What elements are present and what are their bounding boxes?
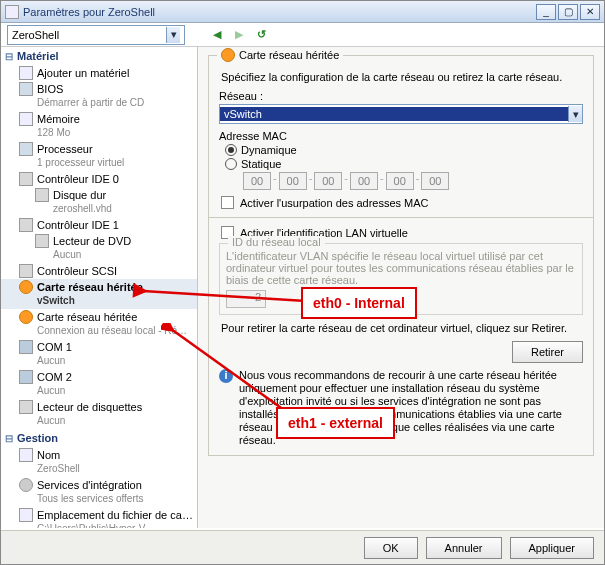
nic-icon [19, 280, 33, 294]
folder-icon [19, 508, 33, 522]
tree-processor[interactable]: Processeur1 processeur virtuel [1, 141, 197, 171]
controller-icon [19, 172, 33, 186]
bios-icon [19, 82, 33, 96]
radio-dynamic[interactable]: Dynamique [225, 144, 583, 156]
controller-icon [19, 218, 33, 232]
maximize-button[interactable]: ▢ [558, 4, 578, 20]
tree-memory[interactable]: Mémoire128 Mo [1, 111, 197, 141]
tree-com2[interactable]: COM 2Aucun [1, 369, 197, 399]
vm-selector-value: ZeroShell [12, 29, 166, 41]
tree-legacy-nic-2[interactable]: Carte réseau héritéeConnexion au réseau … [1, 309, 197, 339]
mac-seg[interactable]: 00 [386, 172, 414, 190]
tree-scsi[interactable]: Contrôleur SCSI [1, 263, 197, 279]
dvd-icon [35, 234, 49, 248]
back-icon[interactable]: ◀ [213, 28, 221, 41]
com-port-icon [19, 370, 33, 384]
com-port-icon [19, 340, 33, 354]
tree-hdd[interactable]: Disque durzeroshell.vhd [1, 187, 197, 217]
nic-icon [19, 310, 33, 324]
tree-integration[interactable]: Services d'intégrationTous les services … [1, 477, 197, 507]
radio-icon [225, 158, 237, 170]
window-title: Paramètres pour ZeroShell [23, 6, 536, 18]
vm-selector[interactable]: ZeroShell ▾ [7, 25, 185, 45]
network-select-value: vSwitch [220, 107, 568, 121]
tree-add-hardware[interactable]: Ajouter un matériel [1, 65, 197, 81]
tree-dvd[interactable]: Lecteur de DVDAucun [1, 233, 197, 263]
callout-eth1: eth1 - external [276, 407, 395, 439]
mac-seg[interactable]: 00 [421, 172, 449, 190]
network-label: Réseau : [219, 90, 583, 102]
section-hardware: Matériel [1, 47, 197, 65]
group-title: Carte réseau héritée [239, 49, 339, 61]
mac-seg[interactable]: 00 [350, 172, 378, 190]
title-bar: Paramètres pour ZeroShell _ ▢ ✕ [1, 1, 604, 23]
info-icon: i [219, 369, 233, 383]
checkbox-icon [221, 196, 234, 209]
sidebar[interactable]: Matériel Ajouter un matériel BIOSDémarre… [1, 47, 198, 528]
minimize-button[interactable]: _ [536, 4, 556, 20]
mac-seg[interactable]: 00 [243, 172, 271, 190]
tree-floppy[interactable]: Lecteur de disquettesAucun [1, 399, 197, 429]
apply-button[interactable]: Appliquer [510, 537, 594, 559]
vlan-legend: ID du réseau local [228, 236, 325, 248]
forward-icon[interactable]: ▶ [235, 28, 243, 41]
nic-icon [221, 48, 235, 62]
disk-icon [35, 188, 49, 202]
vlan-id-input[interactable]: 2 [226, 290, 266, 308]
floppy-icon [19, 400, 33, 414]
network-select[interactable]: vSwitch ▾ [219, 104, 583, 124]
tree-com1[interactable]: COM 1Aucun [1, 339, 197, 369]
radio-icon [225, 144, 237, 156]
vlan-desc: L'identificateur VLAN spécifie le réseau… [226, 250, 576, 286]
chevron-down-icon: ▾ [166, 27, 180, 43]
tree-bios[interactable]: BIOSDémarrer à partir de CD [1, 81, 197, 111]
tree-ide0[interactable]: Contrôleur IDE 0 [1, 171, 197, 187]
cpu-icon [19, 142, 33, 156]
radio-static[interactable]: Statique [225, 158, 583, 170]
info-note: i Nous vous recommandons de recourir à u… [219, 369, 583, 447]
chevron-down-icon: ▾ [568, 106, 582, 122]
refresh-icon[interactable]: ↺ [257, 28, 266, 41]
group-desc: Spécifiez la configuration de la carte r… [221, 70, 581, 84]
tree-snapshot-location[interactable]: Emplacement du fichier de capt...C:\User… [1, 507, 197, 528]
app-icon [5, 5, 19, 19]
tag-icon [19, 448, 33, 462]
nic-group: Carte réseau héritée Spécifiez la config… [208, 55, 594, 456]
callout-eth0: eth0 - Internal [301, 287, 417, 319]
controller-icon [19, 264, 33, 278]
remove-desc: Pour retirer la carte réseau de cet ordi… [221, 321, 581, 335]
mac-input-row: 00- 00- 00- 00- 00- 00 [243, 172, 583, 190]
mac-label: Adresse MAC [219, 130, 583, 142]
toolbar: ZeroShell ▾ ◀ ▶ ↺ [1, 23, 604, 47]
ok-button[interactable]: OK [364, 537, 418, 559]
close-button[interactable]: ✕ [580, 4, 600, 20]
tree-legacy-nic-1[interactable]: Carte réseau héritéevSwitch [1, 279, 197, 309]
cancel-button[interactable]: Annuler [426, 537, 502, 559]
dialog-buttons: OK Annuler Appliquer [1, 530, 604, 564]
memory-icon [19, 112, 33, 126]
mac-spoofing-checkbox[interactable]: Activer l'usurpation des adresses MAC [221, 196, 583, 209]
add-hardware-icon [19, 66, 33, 80]
tree-name[interactable]: NomZeroShell [1, 447, 197, 477]
section-management: Gestion [1, 429, 197, 447]
gear-icon [19, 478, 33, 492]
remove-button[interactable]: Retirer [512, 341, 583, 363]
mac-seg[interactable]: 00 [314, 172, 342, 190]
mac-seg[interactable]: 00 [279, 172, 307, 190]
tree-ide1[interactable]: Contrôleur IDE 1 [1, 217, 197, 233]
